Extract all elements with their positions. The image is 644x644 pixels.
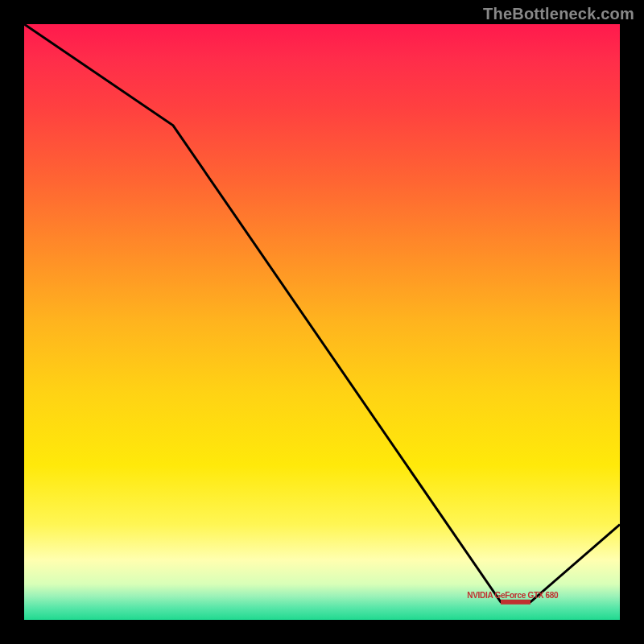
attribution-text: TheBottleneck.com bbox=[483, 5, 634, 23]
bottleneck-line-chart bbox=[24, 24, 620, 620]
optimal-marker bbox=[501, 600, 530, 605]
chart-area: NVIDIA GeForce GTX 680 bbox=[24, 24, 620, 620]
bottleneck-curve bbox=[24, 24, 620, 602]
gpu-label: NVIDIA GeForce GTX 680 bbox=[467, 591, 558, 600]
